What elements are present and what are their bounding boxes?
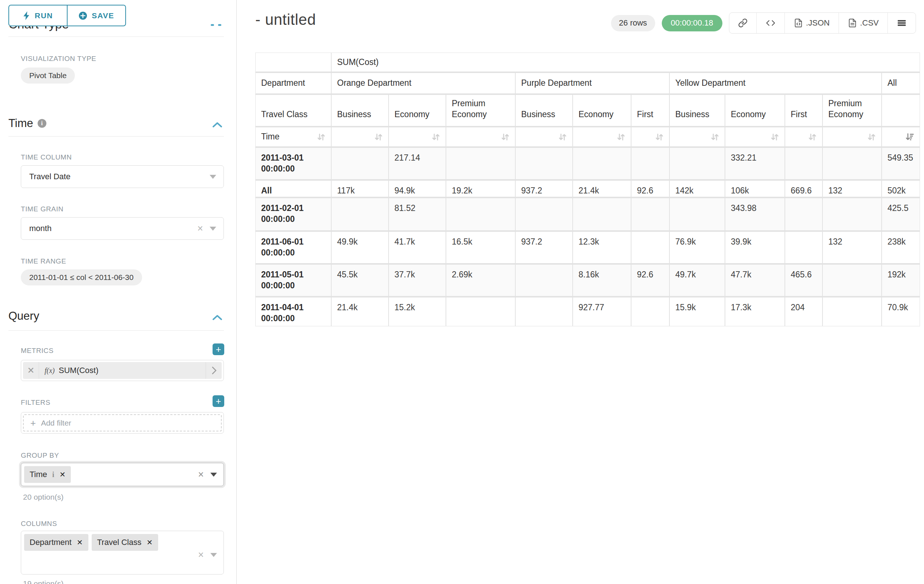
pivot-value-r2-c8 [785, 198, 822, 230]
pivot-colheader-business-3: Business [516, 95, 572, 126]
chevron-down-icon[interactable] [210, 227, 216, 231]
metrics-control: ✕ f(x) SUM(Cost) [21, 360, 224, 381]
pivot-value-r0-c7: 332.21 [725, 148, 784, 179]
pivot-sort-column-3[interactable] [516, 127, 572, 146]
clear-icon[interactable]: × [198, 470, 204, 480]
chip-department[interactable]: Department✕ [24, 534, 88, 551]
pivot-value-r1-c4: 21.4k [573, 181, 631, 197]
pivot-sort-column-7[interactable] [725, 127, 784, 146]
pivot-sort-column-8[interactable] [785, 127, 822, 146]
pivot-sort-column-0[interactable] [332, 127, 388, 146]
collapse-time-icon[interactable] [212, 121, 223, 128]
pivot-sort-column-1[interactable] [389, 127, 446, 146]
pivot-value-r2-c2 [446, 198, 515, 230]
remove-chip-icon[interactable]: ✕ [77, 538, 83, 547]
lightning-icon [23, 12, 30, 20]
pivot-sort-column-5[interactable] [632, 127, 669, 146]
group-by-select[interactable]: Timei✕ × [21, 463, 224, 486]
divider [8, 36, 224, 37]
row-count-badge: 26 rows [611, 15, 655, 31]
pivot-value-r3-c7: 39.9k [725, 232, 784, 263]
remove-chip-icon[interactable]: ✕ [147, 538, 153, 547]
pivot-colheader-all [882, 95, 920, 126]
export-csv-button[interactable]: .CSV [838, 13, 888, 33]
pivot-sort-column-4[interactable] [573, 127, 631, 146]
pivot-value-r0-c5 [632, 148, 669, 179]
pivot-colheader-first-8: First [785, 95, 822, 126]
file-text-icon [848, 18, 857, 28]
function-icon: f(x) [45, 367, 55, 375]
pivot-metric-header: SUM(Cost) [332, 53, 920, 72]
pivot-sort-column-2[interactable] [446, 127, 515, 146]
collapse-query-icon[interactable] [212, 314, 223, 321]
pivot-value-r3-c2: 16.5k [446, 232, 515, 263]
info-icon[interactable]: i [38, 119, 46, 128]
clear-icon[interactable]: × [197, 224, 203, 234]
sort-icon [710, 132, 720, 142]
pivot-corner-empty [256, 53, 331, 72]
pivot-value-r4-c0: 45.5k [332, 265, 388, 296]
chevron-right-icon[interactable] [206, 362, 222, 379]
divider [8, 136, 224, 137]
time-column-select[interactable]: Travel Date [21, 165, 224, 188]
pivot-sort-column-9[interactable] [823, 127, 881, 146]
chip-travel-class[interactable]: Travel Class✕ [92, 534, 158, 551]
pivot-value-r1-c10: 502k [882, 181, 920, 197]
sort-icon [558, 132, 568, 142]
pivot-value-r0-c6 [670, 148, 724, 179]
pivot-sort-column-10[interactable] [882, 127, 920, 146]
chevron-down-icon[interactable] [210, 175, 216, 179]
chart-type-collapse-icon[interactable] [211, 24, 222, 26]
run-save-button-group: RUN SAVE [8, 5, 126, 26]
run-button[interactable]: RUN [8, 5, 68, 26]
pivot-sort-column-6[interactable] [670, 127, 724, 146]
pivot-value-r4-c6: 49.7k [670, 265, 724, 296]
remove-chip-icon[interactable]: ✕ [59, 470, 66, 479]
sort-icon [770, 132, 780, 142]
pivot-value-r1-c2: 19.2k [446, 181, 515, 197]
menu-button[interactable] [888, 13, 916, 33]
sort-icon [316, 132, 326, 142]
divider [8, 330, 224, 331]
visualization-type-pill[interactable]: Pivot Table [21, 67, 75, 84]
chevron-down-icon[interactable] [210, 553, 217, 557]
export-json-button[interactable]: .JSON [784, 13, 838, 33]
pivot-value-r1-c3: 937.2 [516, 181, 572, 197]
pivot-value-r5-c4: 927.77 [573, 298, 631, 326]
remove-metric-icon[interactable]: ✕ [23, 362, 39, 379]
copy-link-button[interactable] [729, 13, 756, 33]
pivot-value-r4-c1: 37.7k [389, 265, 446, 296]
pivot-colheader-first-5: First [632, 95, 669, 126]
columns-select[interactable]: Department✕Travel Class✕ × [21, 531, 224, 574]
row-label-header-text: Time [261, 132, 279, 142]
save-button[interactable]: SAVE [67, 5, 126, 26]
chip-time[interactable]: Timei✕ [24, 466, 71, 483]
pivot-row-label: 2011-03-01 00:00:00 [256, 148, 331, 179]
info-icon[interactable]: i [52, 470, 54, 479]
pivot-value-r2-c1: 81.52 [389, 198, 446, 230]
add-metric-button[interactable]: + [213, 344, 224, 355]
pivot-value-r2-c5 [632, 198, 669, 230]
add-filter-plus-button[interactable]: + [213, 395, 224, 407]
pivot-value-r5-c3 [516, 298, 572, 326]
chip-label: Travel Class [97, 538, 141, 547]
add-filter-button[interactable]: + Add filter [23, 414, 222, 431]
clear-icon[interactable]: × [198, 550, 204, 560]
pivot-colgroup-all: All [882, 73, 920, 94]
chevron-down-icon[interactable] [210, 473, 217, 477]
metric-chip[interactable]: ✕ f(x) SUM(Cost) [23, 362, 222, 379]
time-range-pill[interactable]: 2011-01-01 ≤ col < 2011-06-30 [21, 269, 142, 285]
chart-title[interactable]: - untitled [255, 11, 316, 28]
query-section-title: Query [8, 309, 39, 322]
filters-control: + Add filter [21, 412, 224, 434]
view-query-button[interactable] [756, 13, 784, 33]
time-grain-select[interactable]: month × [21, 217, 224, 240]
pivot-value-r4-c4: 8.16k [573, 265, 631, 296]
pivot-value-r4-c9 [823, 265, 881, 296]
file-code-icon [794, 18, 803, 28]
sort-icon [867, 132, 876, 142]
pivot-row-label: 2011-06-01 00:00:00 [256, 232, 331, 263]
pivot-row-label-header[interactable]: Time [256, 127, 331, 146]
pivot-table: SUM(Cost)DepartmentOrange DepartmentPurp… [255, 53, 920, 326]
pivot-value-r1-c1: 94.9k [389, 181, 446, 197]
